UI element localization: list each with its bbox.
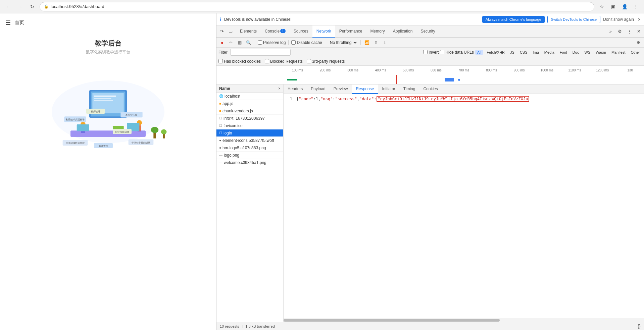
tab-headers[interactable]: Headers [284, 85, 307, 94]
search-button[interactable]: 🔍 [245, 39, 252, 46]
tab-initiator[interactable]: Initiator [378, 85, 399, 94]
scrollbar-thumb[interactable] [284, 319, 500, 322]
more-tabs-button[interactable]: » [606, 28, 614, 36]
filter-type-other[interactable]: Other [629, 50, 642, 55]
has-blocked-cookies-checkbox[interactable]: Has blocked cookies [218, 59, 261, 64]
tick-1200ms: 1200 ms [589, 68, 616, 72]
list-item[interactable]: ● hm-logo5.a107c883.png [216, 144, 283, 152]
filter-type-img[interactable]: Img [531, 50, 541, 55]
devtools-tab-actions: » ⚙ ⋮ ✕ [606, 28, 643, 36]
network-settings-button[interactable]: ⚙ [635, 39, 642, 46]
filter-type-font[interactable]: Font [558, 50, 569, 55]
tick-200ms: 200 ms [311, 68, 339, 72]
always-match-button[interactable]: Always match Chrome's language [482, 16, 545, 23]
hamburger-icon[interactable]: ☰ [5, 19, 11, 26]
disable-cache-checkbox[interactable]: Disable cache [291, 40, 322, 45]
tab-response[interactable]: Response [352, 85, 378, 94]
tab-application[interactable]: Application [389, 25, 417, 38]
tick-400ms: 400 ms [367, 68, 395, 72]
switch-devtools-button[interactable]: Switch DevTools to Chinese [547, 16, 600, 23]
list-item[interactable]: ■ chunk-vendors.js [216, 107, 283, 115]
filter-type-fetchxhr[interactable]: Fetch/XHR [485, 50, 507, 55]
svg-point-34 [161, 129, 167, 134]
list-item[interactable]: 🌐 localhost [216, 93, 283, 100]
tab-timing[interactable]: Timing [399, 85, 419, 94]
console-badge: 1 [280, 29, 286, 33]
profile-button[interactable]: 👤 [620, 2, 629, 11]
list-item[interactable]: — welcome.c39845a1.png [216, 159, 283, 166]
response-content: 1 {"code":1,"msg":"success","data":"eyJh… [284, 94, 644, 318]
detail-panel: Headers Payload Preview Response Initiat… [284, 85, 644, 322]
tab-network[interactable]: Network [312, 25, 335, 38]
blocked-requests-checkbox[interactable]: Blocked Requests [265, 59, 303, 64]
tab-payload[interactable]: Payload [307, 85, 329, 94]
download-button[interactable]: ⇩ [381, 39, 388, 46]
status-bar: 10 requests | 1.8 kB transferred {} [216, 322, 644, 330]
name-panel-close[interactable]: × [278, 86, 281, 91]
horizontal-scrollbar[interactable] [284, 318, 644, 322]
item-name: element-icons.535877f5.woff [222, 138, 274, 143]
response-line-1: 1 {"code":1,"msg":"success","data":"eyJh… [286, 96, 642, 102]
tab-console[interactable]: Console 1 [261, 25, 290, 38]
checkbox-icon: ☐ [219, 116, 222, 120]
mobile-icon-button[interactable]: ▭ [227, 28, 235, 36]
filter-button[interactable]: ▦ [236, 39, 243, 46]
main-area: ☰ 首页 教学后台 数字化实训教学运行平台 [0, 13, 644, 330]
globe-icon: 🌐 [219, 94, 223, 98]
wifi-icon-button[interactable]: 📶 [363, 39, 371, 46]
preserve-log-checkbox[interactable]: Preserve log [258, 40, 286, 45]
menu-button[interactable]: ⋮ [631, 2, 641, 11]
svg-rect-13 [70, 130, 146, 137]
svg-text:学测任务技能成就: 学测任务技能成就 [132, 142, 150, 144]
bookmark-button[interactable]: ☆ [597, 2, 606, 11]
list-item[interactable]: ● element-icons.535877f5.woff [216, 137, 283, 144]
browser-toolbar: ← → ↻ 🔒 localhost:9528/#/dashboard ☆ ▣ 👤… [0, 0, 644, 13]
list-item[interactable]: ☐ info?t=1673012006397 [216, 115, 283, 122]
third-party-checkbox[interactable]: 3rd-party requests [307, 59, 345, 64]
filter-type-media[interactable]: Media [542, 50, 556, 55]
notification-close-button[interactable]: × [638, 17, 641, 22]
close-devtools-button[interactable]: ✕ [635, 28, 643, 36]
clear-button[interactable]: ⚰ [227, 39, 235, 46]
record-button[interactable]: ● [218, 39, 226, 46]
more-options-button[interactable]: ⋮ [625, 28, 633, 36]
tab-memory[interactable]: Memory [366, 25, 389, 38]
throttle-select[interactable]: No throttling [328, 40, 358, 45]
filter-type-doc[interactable]: Doc [571, 50, 581, 55]
filter-type-css[interactable]: CSS [518, 50, 530, 55]
tab-security[interactable]: Security [416, 25, 439, 38]
list-item[interactable]: ☐ favicon.ico [216, 122, 283, 129]
tab-elements[interactable]: Elements [236, 25, 261, 38]
settings-button[interactable]: ⚙ [616, 28, 624, 36]
list-item[interactable]: ■ app.js [216, 100, 283, 107]
filter-type-js[interactable]: JS [508, 50, 516, 55]
cursor-icon-button[interactable]: ↷ [218, 28, 226, 36]
list-item[interactable]: — logo.png [216, 152, 283, 159]
back-button[interactable]: ← [3, 2, 13, 11]
browser-actions: ☆ ▣ 👤 ⋮ [597, 2, 641, 11]
dont-show-again-link[interactable]: Don't show again [603, 17, 634, 22]
reload-button[interactable]: ↻ [28, 2, 37, 11]
name-panel: Name × 🌐 localhost ■ app.js ■ chunk-vend… [216, 85, 284, 322]
devtools-tabbar: ↷ ▭ Elements Console 1 Sources Network P… [216, 25, 644, 38]
filter-type-manifest[interactable]: Manifest [609, 50, 628, 55]
timeline-tick-row: 100 ms 200 ms 300 ms 400 ms 500 ms 600 m… [216, 66, 644, 75]
hide-data-urls-checkbox[interactable]: Hide data URLs [440, 50, 474, 55]
forward-button[interactable]: → [15, 2, 25, 11]
filter-type-all[interactable]: All [475, 50, 483, 55]
separator-3 [325, 40, 325, 45]
filter-type-ws[interactable]: WS [582, 50, 592, 55]
list-item-login[interactable]: ☐ login [216, 129, 283, 137]
braces-button[interactable]: {} [638, 324, 641, 329]
tab-cookies[interactable]: Cookies [419, 85, 442, 94]
tab-sources[interactable]: Sources [290, 25, 312, 38]
separator-4 [360, 40, 361, 45]
invert-checkbox[interactable]: Invert [423, 50, 439, 55]
upload-button[interactable]: ⇧ [372, 39, 380, 46]
tab-button[interactable]: ▣ [608, 2, 618, 11]
filter-type-wasm[interactable]: Wasm [594, 50, 608, 55]
filter-input[interactable] [230, 49, 291, 56]
tab-preview[interactable]: Preview [330, 85, 352, 94]
tab-performance[interactable]: Performance [335, 25, 366, 38]
svg-text:学测成绩数据管理: 学测成绩数据管理 [66, 142, 85, 144]
